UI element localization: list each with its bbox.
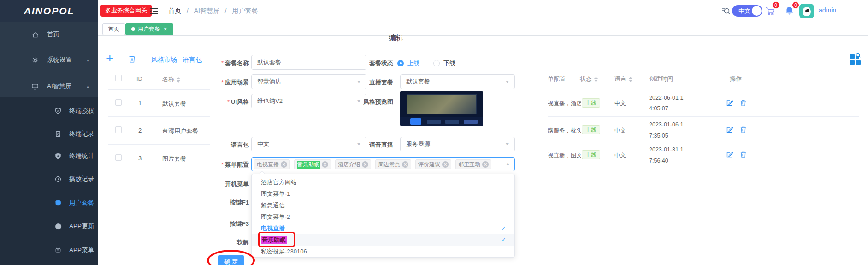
- cell-name: 图片套餐: [162, 155, 186, 163]
- topbar: 多业务综合网关 首页 / AI智慧屏 / 用户套餐 中文 0 0: [98, 0, 868, 22]
- sidebar-item-ai-screen[interactable]: AI智慧屏 ▴: [0, 76, 98, 96]
- column-header-created: 创建时间: [649, 75, 673, 83]
- check-icon: ✓: [501, 225, 506, 232]
- field-label-language-pack: 语言包: [194, 141, 249, 149]
- breadcrumb-ai-screen[interactable]: AI智慧屏: [194, 7, 219, 14]
- field-label-ui-style: *UI风格: [194, 98, 249, 106]
- cell-language: 中文: [614, 100, 626, 108]
- tag-close-icon[interactable]: ✕: [442, 161, 449, 168]
- sidebar-item-app-menu[interactable]: APP菜单: [0, 240, 98, 260]
- field-label-style-preview: 风格预览图: [349, 98, 393, 106]
- cell-id: 3: [138, 155, 142, 162]
- status-badge: 上线: [582, 150, 600, 159]
- sidebar-item-terminal-records[interactable]: 终端记录: [0, 124, 98, 144]
- dropdown-option[interactable]: 私密投屏-230106: [252, 246, 514, 257]
- field-label-soft-decode: 软解: [194, 238, 249, 247]
- row-checkbox[interactable]: [115, 99, 122, 106]
- radio-online[interactable]: 上线: [397, 59, 419, 67]
- select-all-checkbox[interactable]: [115, 75, 122, 81]
- shield-check-icon: [54, 107, 62, 114]
- sidebar-item-terminal-stats[interactable]: 终端统计: [0, 146, 98, 166]
- radio-unselected-icon: [433, 60, 440, 66]
- sort-icon[interactable]: [594, 77, 598, 82]
- collapse-menu-icon[interactable]: [149, 6, 159, 16]
- sidebar-item-play-records[interactable]: 播放记录: [0, 169, 98, 189]
- live-package-select[interactable]: 默认套餐 ▼: [400, 74, 515, 89]
- cell-name: 默认套餐: [162, 100, 186, 108]
- tag-close-icon[interactable]: ✕: [362, 161, 368, 168]
- dropdown-option-selected[interactable]: 电视直播 ✓: [252, 223, 514, 234]
- chevron-up-icon: ▴: [87, 84, 89, 89]
- confirm-button[interactable]: 确 定: [218, 255, 244, 265]
- tag-close-icon[interactable]: ✕: [482, 161, 489, 168]
- radio-offline[interactable]: 下线: [433, 59, 455, 67]
- style-market-link[interactable]: 风格市场: [151, 56, 177, 64]
- row-divider: [548, 145, 859, 145]
- gateway-badge[interactable]: 多业务综合网关: [100, 5, 152, 17]
- sort-icon[interactable]: [629, 77, 632, 82]
- row-checkbox[interactable]: [115, 126, 122, 133]
- tab-user-packages[interactable]: 用户套餐 ✕: [125, 23, 173, 35]
- dropdown-option[interactable]: 紧急通信: [252, 199, 514, 211]
- tag-close-icon[interactable]: ✕: [281, 161, 287, 168]
- add-button[interactable]: +: [106, 52, 113, 65]
- gear-icon: [31, 56, 39, 64]
- username[interactable]: admin: [819, 6, 836, 14]
- breadcrumb-current: 用户套餐: [232, 7, 258, 14]
- language-toggle-label: 中文: [738, 7, 750, 15]
- dropdown-option-selected-highlighted[interactable]: 音乐助眠 ✓: [252, 234, 514, 246]
- column-header-actions: 操作: [730, 75, 742, 83]
- sidebar-item-system-settings[interactable]: 系统设置 ▾: [0, 50, 98, 70]
- voice-live-select[interactable]: 服务器源 ▼: [400, 137, 515, 151]
- language-toggle[interactable]: 中文: [732, 5, 762, 17]
- menu-config-multiselect[interactable]: 电视直播 ✕ 音乐助眠 ✕ 酒店介绍 ✕ 周边景点 ✕ 评价建议 ✕ 邻里互动 …: [251, 157, 515, 171]
- row-divider: [108, 89, 210, 90]
- avatar[interactable]: [799, 4, 814, 18]
- sidebar: AINOPOL 首页 系统设置 ▾ AI智慧屏 ▴: [0, 0, 98, 265]
- sidebar-item-user-packages[interactable]: 用户套餐: [0, 193, 98, 213]
- field-label-key-f1: 按键F1: [194, 199, 249, 207]
- cell-language: 中文: [614, 152, 626, 160]
- package-blob-icon: [54, 199, 62, 207]
- chevron-down-icon: ▼: [505, 142, 510, 146]
- tab-home[interactable]: 首页: [102, 23, 125, 35]
- dropdown-option[interactable]: 酒店官方网站: [252, 176, 514, 188]
- cell-language: 中文: [614, 127, 626, 135]
- field-label-package-name: *套餐名称: [194, 59, 249, 67]
- delete-icon[interactable]: [740, 126, 747, 133]
- row-divider: [548, 90, 859, 90]
- row-checkbox[interactable]: [115, 154, 122, 161]
- edit-icon[interactable]: [726, 151, 733, 158]
- edit-icon[interactable]: [726, 126, 733, 133]
- tag-close-icon[interactable]: ✕: [322, 161, 328, 168]
- cart-badge: 0: [772, 1, 779, 9]
- cell-created-line1: 2022-06-01 1: [649, 95, 683, 101]
- edit-icon[interactable]: [726, 99, 733, 107]
- delete-button[interactable]: [128, 55, 136, 65]
- breadcrumb-home[interactable]: 首页: [168, 7, 181, 14]
- tab-close-icon[interactable]: ✕: [163, 26, 167, 32]
- chevron-down-icon: ▾: [87, 58, 89, 63]
- delete-icon[interactable]: [740, 99, 747, 107]
- cell-created-line1: 2023-01-31 1: [649, 146, 683, 153]
- column-settings-icon[interactable]: [850, 54, 862, 66]
- sidebar-item-app-update[interactable]: APP更新: [0, 216, 98, 236]
- row-divider: [108, 116, 210, 117]
- dropdown-arrow-icon: [259, 171, 265, 177]
- tag-close-icon[interactable]: ✕: [402, 161, 408, 168]
- dropdown-option[interactable]: 图文菜单-1: [252, 188, 514, 199]
- selected-tag-highlighted: 音乐助眠 ✕: [294, 159, 331, 169]
- sidebar-item-terminal-auth[interactable]: 终端授权: [0, 101, 98, 121]
- style-preview-image[interactable]: [400, 91, 483, 126]
- cell-menu-config: 视直播，酒店介绍: [548, 100, 581, 108]
- delete-icon[interactable]: [740, 151, 747, 158]
- selected-tag: 电视直播 ✕: [254, 159, 290, 169]
- dialog-title: 编辑: [389, 33, 403, 43]
- sidebar-item-home[interactable]: 首页: [0, 24, 98, 45]
- sort-icon[interactable]: [177, 77, 180, 83]
- shield-stats-icon: [54, 152, 62, 160]
- search-icon[interactable]: [721, 6, 731, 17]
- cell-created-line1: 2023-01-06 1: [649, 121, 683, 128]
- dropdown-option[interactable]: 图文菜单-2: [252, 211, 514, 223]
- cell-created-line2: 7:56:40: [649, 157, 668, 164]
